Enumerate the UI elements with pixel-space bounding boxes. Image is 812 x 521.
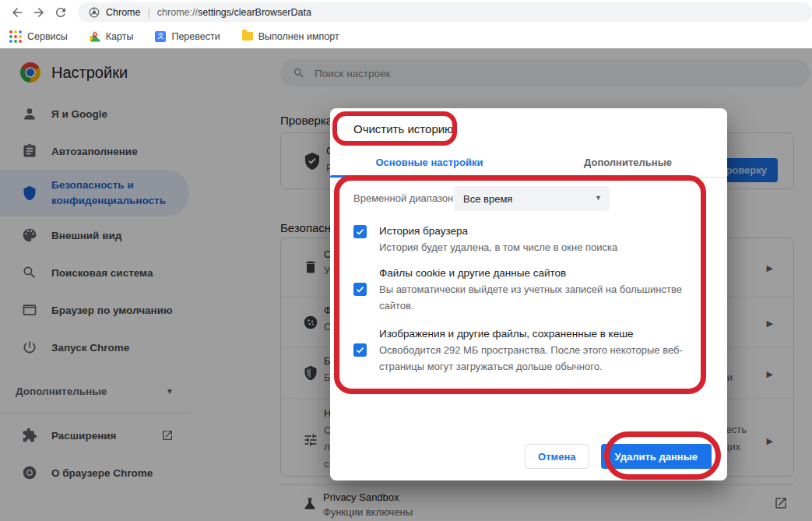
bookmark-maps[interactable]: Карты (90, 31, 134, 42)
url-scheme: chrome:// (157, 7, 198, 18)
bookmark-imported-folder[interactable]: Выполнен импорт (242, 31, 339, 42)
cancel-button[interactable]: Отмена (525, 444, 589, 469)
reload-button[interactable] (50, 2, 72, 23)
checkbox-description: Освободится 292 МБ пространства. После э… (379, 342, 709, 375)
checkbox-title: Изображения и другие файлы, сохраненные … (379, 326, 709, 341)
time-range-row: Временной диапазон Все время ▼ (353, 186, 704, 211)
bookmark-label: Перевести (171, 31, 220, 42)
address-bar[interactable]: Chrome | chrome://settings/clearBrowserD… (78, 2, 812, 22)
url-site-label: Chrome (106, 7, 140, 18)
tab-advanced[interactable]: Дополнительные (529, 148, 727, 177)
forward-button[interactable] (28, 2, 50, 23)
browser-toolbar: Chrome | chrome://settings/clearBrowserD… (0, 0, 812, 24)
cookies-checkbox[interactable] (353, 283, 367, 296)
back-button[interactable] (6, 2, 28, 23)
screenshot-root: Chrome | chrome://settings/clearBrowserD… (0, 0, 812, 521)
arrow-forward-icon (32, 5, 46, 19)
url-path: settings/clearBrowserData (198, 7, 311, 18)
bookmarks-bar: Сервисы Карты 文 Перевести Выполнен импор… (0, 24, 812, 48)
checkbox-row-cookies: Файлы cookie и другие данные сайтов Вы а… (353, 266, 704, 314)
chrome-badge-icon (89, 7, 100, 18)
checkbox-description: Вы автоматически выйдете из учетных запи… (379, 281, 709, 314)
folder-icon (242, 32, 253, 40)
translate-icon: 文 (155, 31, 166, 42)
dialog-footer: Отмена Удалить данные (525, 444, 712, 469)
time-range-value: Все время (463, 193, 512, 205)
bookmark-label: Выполнен импорт (258, 31, 339, 42)
history-checkbox[interactable] (353, 225, 367, 238)
bookmark-label: Сервисы (27, 31, 68, 42)
chevron-down-icon: ▼ (595, 194, 602, 202)
dialog-title: Очистить историю (353, 122, 453, 136)
checkbox-row-history: История браузера История будет удалена, … (353, 224, 704, 255)
bookmark-translate[interactable]: 文 Перевести (155, 31, 220, 42)
time-range-select[interactable]: Все время ▼ (454, 186, 610, 211)
checkbox-title: Файлы cookie и другие данные сайтов (379, 266, 709, 280)
maps-icon (90, 31, 100, 42)
checkbox-row-cache: Изображения и другие файлы, сохраненные … (353, 326, 704, 375)
tab-basic[interactable]: Основные настройки (330, 148, 529, 177)
bookmark-label: Карты (106, 31, 134, 42)
arrow-back-icon (10, 5, 24, 19)
time-range-label: Временной диапазон (353, 192, 453, 204)
reload-icon (54, 5, 68, 19)
url-divider: | (147, 6, 149, 18)
delete-data-button[interactable]: Удалить данные (601, 444, 712, 469)
apps-grid-icon (9, 30, 22, 43)
cache-checkbox[interactable] (353, 343, 367, 357)
dialog-tabs: Основные настройки Дополнительные (330, 148, 727, 178)
bookmark-services[interactable]: Сервисы (9, 30, 68, 43)
checkbox-title: История браузера (379, 224, 709, 238)
clear-browsing-data-dialog: Очистить историю Основные настройки Допо… (330, 108, 727, 481)
checkbox-description: История будет удалена, в том числе в окн… (379, 239, 709, 255)
